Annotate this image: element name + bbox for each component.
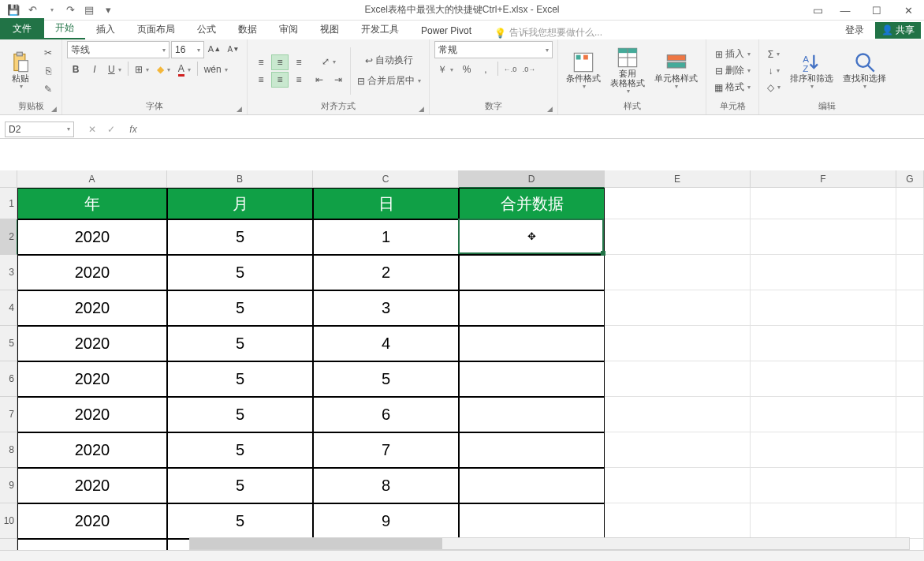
cell-D4[interactable]: [459, 290, 605, 326]
copy-button[interactable]: ⎘: [39, 63, 57, 79]
cell-F10[interactable]: [751, 503, 896, 539]
cell-E1[interactable]: [605, 188, 751, 219]
number-format-combo[interactable]: 常规▾: [434, 41, 553, 58]
cell-F7[interactable]: [751, 397, 896, 432]
tab-home[interactable]: 开始: [44, 18, 85, 39]
cell-B2[interactable]: 5: [167, 219, 313, 255]
row-header-5[interactable]: 5: [0, 326, 17, 361]
cell-A7[interactable]: 2020: [17, 397, 167, 432]
cell-F2[interactable]: [751, 219, 896, 255]
qat-customize-button[interactable]: ▾: [99, 2, 117, 19]
find-select-button[interactable]: 查找和选择▾: [840, 50, 889, 92]
qat-new-button[interactable]: ▤: [80, 2, 98, 19]
cell-D2[interactable]: [459, 219, 605, 255]
cell-E3[interactable]: [605, 255, 751, 290]
cell-B3[interactable]: 5: [167, 255, 313, 290]
enter-formula-button[interactable]: ✓: [102, 122, 120, 137]
cell-D10[interactable]: [459, 503, 605, 539]
col-header-D[interactable]: D: [459, 170, 605, 188]
wrap-text-button[interactable]: ↩ 自动换行: [354, 53, 424, 69]
percent-button[interactable]: %: [458, 62, 475, 77]
align-middle-button[interactable]: ≡: [271, 54, 289, 70]
cell-F9[interactable]: [751, 468, 896, 503]
clipboard-launcher[interactable]: ◢: [51, 105, 57, 113]
insert-cells-button[interactable]: ⊞插入▾: [711, 47, 754, 62]
accounting-format-button[interactable]: ￥▾: [434, 62, 456, 77]
cell-A2[interactable]: 2020: [17, 219, 167, 255]
underline-button[interactable]: U▾: [105, 62, 125, 77]
border-button[interactable]: ⊞▾: [132, 62, 152, 77]
font-launcher[interactable]: ◢: [237, 105, 242, 113]
decrease-indent-button[interactable]: ⇤: [311, 72, 328, 88]
merge-center-button[interactable]: ⊟ 合并后居中 ▾: [354, 73, 424, 89]
cell-F6[interactable]: [751, 361, 896, 397]
sort-filter-button[interactable]: AZ 排序和筛选▾: [787, 50, 836, 92]
tab-power-pivot[interactable]: Power Pivot: [410, 22, 482, 39]
row-header-3[interactable]: 3: [0, 255, 17, 290]
col-header-G[interactable]: G: [896, 170, 924, 188]
cell-E4[interactable]: [605, 290, 751, 326]
cell-C2[interactable]: 1: [313, 219, 459, 255]
qat-undo-button[interactable]: ↶: [24, 2, 41, 19]
alignment-launcher[interactable]: ◢: [419, 105, 424, 113]
font-size-combo[interactable]: 16▾: [171, 41, 204, 58]
fill-button[interactable]: ↓▾: [764, 63, 784, 79]
qat-redo-button[interactable]: ↷: [61, 2, 79, 19]
increase-indent-button[interactable]: ⇥: [330, 72, 347, 88]
cell-G4[interactable]: [896, 290, 924, 326]
cell-C9[interactable]: 8: [313, 468, 459, 503]
minimize-button[interactable]: —: [829, 0, 861, 21]
cell-A5[interactable]: 2020: [17, 326, 167, 361]
cell-E2[interactable]: [605, 219, 751, 255]
cell-D6[interactable]: [459, 361, 605, 397]
cell-G1[interactable]: [896, 188, 924, 219]
row-header-10[interactable]: 10: [0, 503, 17, 539]
tab-formulas[interactable]: 公式: [186, 20, 227, 39]
cell-D7[interactable]: [459, 397, 605, 432]
align-right-button[interactable]: ≡: [290, 72, 307, 88]
cell-A4[interactable]: 2020: [17, 290, 167, 326]
comma-style-button[interactable]: ,: [477, 62, 494, 77]
formula-bar-input[interactable]: [147, 122, 924, 137]
cell-C6[interactable]: 5: [313, 361, 459, 397]
number-launcher[interactable]: ◢: [547, 105, 553, 113]
close-button[interactable]: ✕: [892, 0, 924, 21]
delete-cells-button[interactable]: ⊟删除▾: [711, 63, 754, 79]
col-header-E[interactable]: E: [605, 170, 751, 188]
cell-B4[interactable]: 5: [167, 290, 313, 326]
cell-A10[interactable]: 2020: [17, 503, 167, 539]
cell-G10[interactable]: [896, 503, 924, 539]
horizontal-scroll-thumb[interactable]: [190, 538, 442, 549]
align-bottom-button[interactable]: ≡: [290, 54, 307, 70]
cell-G5[interactable]: [896, 326, 924, 361]
cell-E10[interactable]: [605, 503, 751, 539]
italic-button[interactable]: I: [86, 62, 103, 77]
bold-button[interactable]: B: [67, 62, 84, 77]
cell-styles-button[interactable]: 单元格样式▾: [651, 50, 701, 92]
cell-D1[interactable]: 合并数据: [459, 188, 605, 219]
cell-G6[interactable]: [896, 361, 924, 397]
tab-file[interactable]: 文件: [0, 18, 44, 39]
qat-undo-dd[interactable]: ▾: [43, 2, 60, 19]
cell-C5[interactable]: 4: [313, 326, 459, 361]
cell-E6[interactable]: [605, 361, 751, 397]
cell-A8[interactable]: 2020: [17, 432, 167, 468]
tab-insert[interactable]: 插入: [85, 20, 126, 39]
row-header-2[interactable]: 2: [0, 219, 17, 255]
tab-view[interactable]: 视图: [309, 20, 350, 39]
increase-decimal-button[interactable]: ←.0: [501, 62, 519, 77]
row-header-6[interactable]: 6: [0, 361, 17, 397]
cell-A6[interactable]: 2020: [17, 361, 167, 397]
tab-review[interactable]: 审阅: [268, 20, 309, 39]
row-header-9[interactable]: 9: [0, 468, 17, 503]
cell-D3[interactable]: [459, 255, 605, 290]
cell-C7[interactable]: 6: [313, 397, 459, 432]
cell-F5[interactable]: [751, 326, 896, 361]
increase-font-button[interactable]: A▲: [206, 41, 223, 57]
col-header-C[interactable]: C: [313, 170, 459, 188]
format-cells-button[interactable]: ▦格式▾: [711, 80, 754, 95]
qat-save-button[interactable]: 💾: [5, 2, 22, 19]
tab-developer[interactable]: 开发工具: [350, 20, 410, 39]
cell-C3[interactable]: 2: [313, 255, 459, 290]
cell-B10[interactable]: 5: [167, 503, 313, 539]
